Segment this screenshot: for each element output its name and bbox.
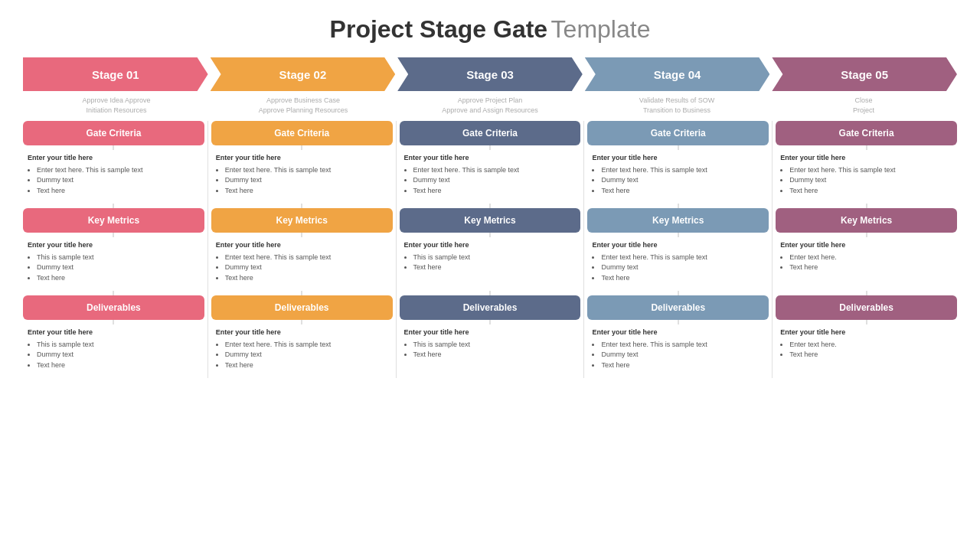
col-divider-2 xyxy=(396,121,397,378)
key_metrics-list-1: This is sample textDummy textText here xyxy=(28,253,200,284)
list-item: Text here xyxy=(413,186,577,197)
list-item: Enter text here. This is sample text xyxy=(225,340,388,350)
stage-arrow-3: Stage 03 xyxy=(397,57,583,91)
key_metrics-content-4: Enter your title hereEnter text here. Th… xyxy=(587,237,769,291)
list-item: Dummy text xyxy=(413,175,577,186)
list-item: Dummy text xyxy=(601,350,764,360)
list-item: Enter text here. xyxy=(789,253,952,263)
key_metrics-badge-5[interactable]: Key Metrics xyxy=(776,208,957,233)
list-item: Dummy text xyxy=(37,262,200,273)
gate-text-3: Approve Project Plan Approve and Assign … xyxy=(397,96,583,115)
key_metrics-list-3: This is sample textText here xyxy=(404,253,577,273)
key_metrics-list-4: Enter text here. This is sample textDumm… xyxy=(592,253,764,284)
list-item: Text here xyxy=(601,273,764,284)
gate_criteria-title-5: Enter your title here xyxy=(780,153,952,164)
key_metrics-badge-1[interactable]: Key Metrics xyxy=(23,208,204,233)
key_metrics-badge-3[interactable]: Key Metrics xyxy=(400,208,581,233)
col-divider-3 xyxy=(583,121,584,378)
deliverables-list-3: This is sample textText here xyxy=(404,340,577,360)
list-item: Dummy text xyxy=(601,175,764,186)
deliverables-list-4: Enter text here. This is sample textDumm… xyxy=(592,340,764,371)
list-item: Dummy text xyxy=(225,175,388,186)
page: Project Stage Gate Template Stage 01Stag… xyxy=(0,0,980,551)
stage-col-3: Gate CriteriaEnter your title hereEnter … xyxy=(400,121,581,378)
list-item: Text here xyxy=(37,186,200,197)
stage-arrow-2: Stage 02 xyxy=(211,57,396,91)
list-item: Enter text here. This is sample text xyxy=(413,165,577,176)
gate_criteria-list-1: Enter text here. This is sample textDumm… xyxy=(28,165,200,197)
deliverables-badge-1[interactable]: Deliverables xyxy=(23,295,204,320)
title-area: Project Stage Gate Template xyxy=(23,15,957,44)
deliverables-title-2: Enter your title here xyxy=(216,328,388,338)
deliverables-title-4: Enter your title here xyxy=(592,328,764,338)
stage-col-1: Gate CriteriaEnter your title hereEnter … xyxy=(23,121,204,378)
gate_criteria-badge-3[interactable]: Gate Criteria xyxy=(400,121,581,145)
stage-arrow-5: Stage 05 xyxy=(772,57,957,91)
stages-row: Stage 01Stage 02Stage 03Stage 04Stage 05 xyxy=(23,57,957,91)
list-item: Dummy text xyxy=(37,175,200,186)
list-item: Text here xyxy=(789,262,952,273)
key_metrics-badge-2[interactable]: Key Metrics xyxy=(211,208,393,233)
list-item: Dummy text xyxy=(789,175,952,186)
list-item: Text here xyxy=(37,273,200,284)
gate_criteria-list-4: Enter text here. This is sample textDumm… xyxy=(592,165,764,197)
list-item: Dummy text xyxy=(37,350,200,360)
list-item: Text here xyxy=(225,273,388,284)
gate_criteria-title-3: Enter your title here xyxy=(404,153,577,164)
list-item: This is sample text xyxy=(37,253,200,263)
gate_criteria-content-4: Enter your title hereEnter text here. Th… xyxy=(587,150,769,204)
list-item: Enter text here. This is sample text xyxy=(37,165,200,176)
deliverables-list-1: This is sample textDummy textText here xyxy=(28,340,200,371)
deliverables-content-3: Enter your title hereThis is sample text… xyxy=(400,324,581,378)
list-item: Text here xyxy=(37,360,200,371)
gate-text-5: Close Project xyxy=(770,96,957,115)
key_metrics-title-2: Enter your title here xyxy=(216,240,388,251)
gate_criteria-badge-4[interactable]: Gate Criteria xyxy=(587,121,769,145)
stage-col-2: Gate CriteriaEnter your title hereEnter … xyxy=(211,121,393,378)
list-item: Text here xyxy=(225,186,388,197)
list-item: Text here xyxy=(225,360,388,371)
list-item: Enter text here. This is sample text xyxy=(225,165,388,176)
deliverables-list-2: Enter text here. This is sample textDumm… xyxy=(216,340,388,371)
key_metrics-title-1: Enter your title here xyxy=(28,240,200,251)
list-item: Enter text here. This is sample text xyxy=(225,253,388,263)
list-item: Enter text here. xyxy=(789,340,952,350)
gate_criteria-title-4: Enter your title here xyxy=(592,153,764,164)
content-row: Gate CriteriaEnter your title hereEnter … xyxy=(23,121,957,378)
gate-text-4: Validate Results of SOW Transition to Bu… xyxy=(583,96,770,115)
title-light: Template xyxy=(551,15,651,43)
deliverables-badge-2[interactable]: Deliverables xyxy=(211,295,393,320)
list-item: Text here xyxy=(789,350,952,360)
deliverables-content-2: Enter your title hereEnter text here. Th… xyxy=(211,324,393,378)
deliverables-content-5: Enter your title hereEnter text here.Tex… xyxy=(776,324,957,378)
gate_criteria-badge-2[interactable]: Gate Criteria xyxy=(211,121,393,145)
list-item: Dummy text xyxy=(601,262,764,273)
stage-col-4: Gate CriteriaEnter your title hereEnter … xyxy=(587,121,769,378)
key_metrics-badge-4[interactable]: Key Metrics xyxy=(587,208,769,233)
gate-text-row: Approve Idea Approve Initiation Resource… xyxy=(23,96,957,115)
deliverables-badge-5[interactable]: Deliverables xyxy=(776,295,957,320)
list-item: Enter text here. This is sample text xyxy=(601,253,764,263)
gate_criteria-list-5: Enter text here. This is sample textDumm… xyxy=(780,165,952,197)
list-item: This is sample text xyxy=(413,340,577,350)
list-item: Text here xyxy=(601,186,764,197)
gate_criteria-badge-1[interactable]: Gate Criteria xyxy=(23,121,204,145)
gate_criteria-title-1: Enter your title here xyxy=(28,153,200,164)
col-divider-1 xyxy=(207,121,208,378)
title-bold: Project Stage Gate xyxy=(330,15,548,43)
key_metrics-list-5: Enter text here.Text here xyxy=(780,253,952,273)
deliverables-title-1: Enter your title here xyxy=(28,328,200,338)
gate_criteria-list-2: Enter text here. This is sample textDumm… xyxy=(216,165,388,197)
gate_criteria-badge-5[interactable]: Gate Criteria xyxy=(776,121,957,145)
col-divider-4 xyxy=(772,121,773,378)
key_metrics-content-3: Enter your title hereThis is sample text… xyxy=(400,237,581,291)
list-item: Text here xyxy=(413,350,577,360)
deliverables-content-4: Enter your title hereEnter text here. Th… xyxy=(587,324,769,378)
key_metrics-content-1: Enter your title hereThis is sample text… xyxy=(23,237,204,291)
key_metrics-title-3: Enter your title here xyxy=(404,240,577,251)
gate_criteria-content-1: Enter your title hereEnter text here. Th… xyxy=(23,150,204,204)
gate_criteria-list-3: Enter text here. This is sample textDumm… xyxy=(404,165,577,197)
deliverables-badge-4[interactable]: Deliverables xyxy=(587,295,769,320)
gate_criteria-title-2: Enter your title here xyxy=(216,153,388,164)
deliverables-badge-3[interactable]: Deliverables xyxy=(400,295,581,320)
